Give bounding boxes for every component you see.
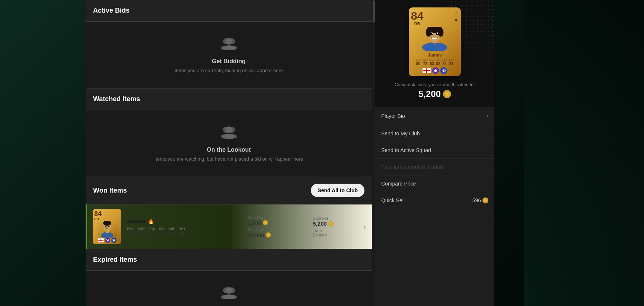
won-items-title: Won Items xyxy=(93,187,127,194)
stat-dri-label: DRI xyxy=(159,227,165,231)
sold-info: Sold For: 5,200 Time Expired xyxy=(313,216,357,237)
item-detail-arrow[interactable]: › xyxy=(363,222,366,231)
card-position-small: RB xyxy=(94,217,102,221)
stat-def: DEF 82 xyxy=(168,227,175,236)
sold-for-coin-icon xyxy=(328,221,334,226)
stat-def-label: DEF xyxy=(168,227,175,231)
expired-items-icon xyxy=(220,286,238,303)
send-all-to-club-button[interactable]: Send All to Club xyxy=(311,184,364,197)
card-stat-dri: DRI 82 xyxy=(436,59,440,66)
stat-def-value: 82 xyxy=(169,231,174,236)
stat-sho-value: 72 xyxy=(138,231,143,236)
player-bio-arrow-icon: › xyxy=(486,112,488,120)
stat-dri: DRI 82 xyxy=(159,227,165,236)
card-checkmark: ✓ xyxy=(454,10,458,16)
active-bids-empty-title: Get Bidding xyxy=(212,58,246,65)
expired-items-header: Expired Items xyxy=(86,249,372,271)
stat-pac: PAC 80 xyxy=(127,227,134,236)
player-card-small: 84 RB 🔶 xyxy=(93,209,121,244)
stat-dri-value: 82 xyxy=(159,231,164,236)
time-label: Time xyxy=(313,228,357,233)
quick-sell-value: 596 xyxy=(472,197,488,203)
buy-now-line: Buy Now: 30,000 xyxy=(247,228,307,238)
won-item-row[interactable]: 84 RB 🔶 xyxy=(86,204,372,249)
card-arrow-down-icon: ▼ xyxy=(453,17,459,23)
active-bids-header: Active Bids xyxy=(86,0,372,22)
start-price-label: Start Price: xyxy=(247,215,307,220)
left-background xyxy=(0,0,86,306)
player-name: James xyxy=(127,218,146,225)
svg-rect-15 xyxy=(106,230,109,233)
player-bio-label: Player Bio xyxy=(381,113,405,119)
won-price-coin-icon xyxy=(443,90,451,98)
watched-items-title: Watched Items xyxy=(93,95,140,103)
won-items-header: Won Items Send All to Club xyxy=(86,177,372,204)
start-price-line: Start Price: 1,100 xyxy=(247,215,307,226)
svg-point-16 xyxy=(105,226,106,227)
stat-sho-label: SHO xyxy=(137,227,145,231)
cannot-be-traded-action: This item cannot be traded xyxy=(375,159,494,175)
stat-pac-label: PAC xyxy=(127,227,134,231)
send-to-active-squad-action[interactable]: Send to Active Squad xyxy=(375,142,494,159)
send-to-my-club-action[interactable]: Send to My Club xyxy=(375,125,494,142)
time-value: Expired xyxy=(313,233,357,237)
svg-point-14 xyxy=(101,232,113,238)
send-to-my-club-label: Send to My Club xyxy=(381,131,420,136)
quick-sell-amount: 596 xyxy=(472,197,481,203)
svg-point-17 xyxy=(108,226,109,227)
player-bio-action[interactable]: Player Bio › xyxy=(375,107,494,125)
card-left-info: 84 RB xyxy=(411,10,423,26)
player-info: James 🔥 PAC 80 SHO 72 xyxy=(127,218,241,236)
svg-point-2 xyxy=(226,38,232,45)
player-name-icon: 🔥 xyxy=(148,218,154,224)
stat-pas: PAS 83 xyxy=(149,227,155,236)
price-info: Start Price: 1,100 Buy Now: 30,000 xyxy=(247,215,307,238)
club-badge-2: ⚽ xyxy=(440,67,447,74)
card-stat-phy: PHY 81 xyxy=(449,59,454,66)
left-panel-scroll[interactable]: Active Bids Get Bidding xyxy=(86,0,372,306)
left-panel: Active Bids Get Bidding xyxy=(86,0,372,306)
stat-phy-label: PHY xyxy=(179,227,186,231)
quick-sell-coin-icon xyxy=(482,197,488,203)
right-background xyxy=(494,0,524,306)
svg-point-28 xyxy=(426,28,431,37)
sold-for-label: Sold For: xyxy=(313,216,357,220)
stat-pas-value: 83 xyxy=(149,231,154,236)
expired-items-empty xyxy=(86,271,372,306)
card-stat-sho: SHO 72 xyxy=(422,59,428,66)
start-price-value: 1,100 xyxy=(247,220,307,226)
main-container: Active Bids Get Bidding xyxy=(86,0,644,306)
buy-now-value: 30,000 xyxy=(247,232,307,238)
sold-for-line: Sold For: 5,200 xyxy=(313,216,357,227)
player-card-area: 84 RB ✓ ▼ xyxy=(375,0,494,107)
watched-items-empty-title: On the Lookout xyxy=(207,146,251,153)
card-flags-row-large: ⬟ ⚽ xyxy=(423,67,447,74)
scroll-track xyxy=(372,0,375,306)
card-stat-pas: PAS 83 xyxy=(430,59,435,66)
watched-items-empty-desc: Items you are watching, but have not pla… xyxy=(154,156,303,162)
card-rating-small: 84 xyxy=(94,210,102,217)
card-top-row: 84 RB ✓ ▼ xyxy=(411,10,459,26)
player-stats-row: PAC 80 SHO 72 PAS 83 xyxy=(127,227,241,236)
watched-items-header: Watched Items xyxy=(86,88,372,110)
congrats-text: Congratulations, you've won this item fo… xyxy=(395,82,475,87)
player-card-large: 84 RB ✓ ▼ xyxy=(409,7,461,76)
card-stat-pac: PAC 80 xyxy=(415,59,421,66)
card-stat-def: DEF 82 xyxy=(442,59,447,66)
card-player-img-small xyxy=(98,221,117,238)
card-player-name-large: James xyxy=(428,52,441,58)
scrollbar[interactable] xyxy=(372,0,375,306)
stat-phy: PHY 81 xyxy=(179,227,186,236)
card-stats-row-large: PAC 80 SHO 72 PAS 83 DRI 82 xyxy=(411,59,459,66)
svg-point-8 xyxy=(226,126,232,133)
card-rating-large: 84 xyxy=(411,10,423,22)
player-name-row: James 🔥 xyxy=(127,218,241,225)
quick-sell-action[interactable]: Quick Sell 596 xyxy=(375,192,494,209)
stat-pac-value: 80 xyxy=(128,231,133,236)
england-flag xyxy=(423,68,431,73)
scroll-thumb xyxy=(373,0,375,23)
quick-sell-label: Quick Sell xyxy=(381,197,405,203)
compare-price-action[interactable]: Compare Price xyxy=(375,175,494,192)
stat-phy-value: 81 xyxy=(180,231,185,236)
sold-for-value: 5,200 xyxy=(313,220,357,227)
